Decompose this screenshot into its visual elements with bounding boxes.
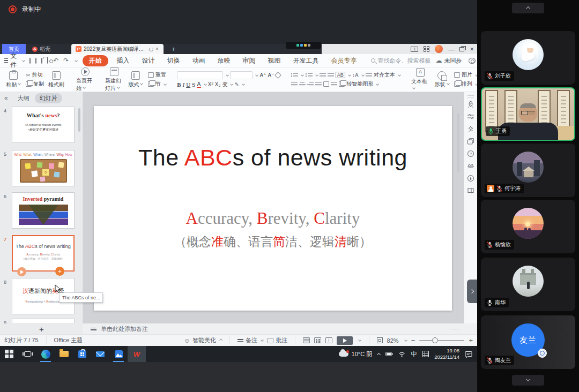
command-search[interactable]: 查找命令、搜索模板 xyxy=(371,57,431,65)
thumb7-play-button[interactable] xyxy=(17,267,26,276)
close-button[interactable]: × xyxy=(470,45,474,53)
navigation-compass-icon[interactable] xyxy=(467,175,474,182)
participant-tile-tao[interactable]: 友兰 陶友兰 xyxy=(481,315,575,369)
zoom-in-button[interactable]: + xyxy=(469,336,473,344)
properties-sliders-icon[interactable] xyxy=(467,113,474,120)
beautify-wand-icon[interactable] xyxy=(467,125,474,133)
notes-placeholder[interactable]: 单击此处添加备注 xyxy=(101,325,148,333)
print-icon[interactable] xyxy=(41,58,42,64)
member-hat-icon[interactable] xyxy=(467,162,474,170)
ribbon-tab-slideshow[interactable]: 放映 xyxy=(214,55,234,66)
undo-icon[interactable]: ↶ xyxy=(53,57,58,64)
participant-tile-liu[interactable]: 刘子欣 xyxy=(481,31,575,85)
line-spacing-icon[interactable]: ↕A xyxy=(352,72,359,78)
align-center-icon[interactable] xyxy=(299,81,306,87)
fit-slide-icon[interactable] xyxy=(377,337,383,343)
notification-center-icon[interactable] xyxy=(465,351,473,358)
reset-button[interactable]: 重置 xyxy=(148,71,166,79)
align-left-icon[interactable] xyxy=(291,81,298,87)
save-icon[interactable] xyxy=(29,58,31,64)
ime-grid-icon[interactable] xyxy=(422,351,429,357)
slide-thumbnail-9-partial[interactable] xyxy=(12,319,75,323)
tab-outline[interactable]: 大纲 xyxy=(18,94,29,102)
justify-icon[interactable] xyxy=(315,81,322,87)
font-name-input[interactable] xyxy=(177,71,223,79)
print-preview-icon[interactable] xyxy=(47,58,48,64)
file-menu[interactable]: 文件 xyxy=(4,51,25,70)
panel-scrollbar[interactable] xyxy=(78,108,80,132)
slide-sorter-view-button[interactable] xyxy=(314,337,321,343)
distribute-icon[interactable] xyxy=(323,81,329,87)
close-tab-icon[interactable]: × xyxy=(155,46,159,52)
font-size-input[interactable] xyxy=(230,71,253,79)
scroll-up-button[interactable] xyxy=(512,3,544,13)
to-smartart-button[interactable]: 转智能图形 xyxy=(339,80,378,88)
ribbon-tab-view[interactable]: 视图 xyxy=(264,55,285,66)
weather-widget[interactable]: 10°C 阴 xyxy=(339,350,373,358)
hidden-icons-chevron[interactable] xyxy=(377,353,381,357)
clear-format-icon[interactable] xyxy=(275,72,282,79)
arrange-button[interactable]: 排列 xyxy=(454,80,477,88)
taskbar-meeting-app[interactable] xyxy=(109,346,128,362)
zoom-level[interactable]: 82% xyxy=(387,337,399,344)
align-text-button[interactable]: 对齐文本 xyxy=(366,71,400,79)
redo-icon[interactable]: ↷ xyxy=(63,57,69,64)
underline-button[interactable]: U xyxy=(186,81,190,88)
paste-button[interactable]: 粘贴 xyxy=(4,71,23,88)
meeting-floating-bar[interactable] xyxy=(286,42,321,49)
tab-document[interactable]: P 2022复旦英语新闻编译讲座.pptx × xyxy=(71,44,164,54)
docer-rocket-icon[interactable] xyxy=(467,101,474,108)
comments-button[interactable]: 批注 xyxy=(268,336,287,344)
ribbon-tab-review[interactable]: 审阅 xyxy=(239,55,259,66)
single-window-icon[interactable]: 1 xyxy=(411,47,418,52)
participant-tile-wang-active-speaker[interactable]: 王勇 xyxy=(481,87,575,141)
align-right-icon[interactable] xyxy=(307,81,314,87)
zoom-out-button[interactable]: − xyxy=(411,336,415,344)
ribbon-tab-member[interactable]: 会员专享 xyxy=(328,55,361,66)
slide-thumbnail-6[interactable]: Inverted pyramid xyxy=(12,192,75,229)
current-slide[interactable]: The ABCs of news writing Accuracy, Brevi… xyxy=(94,106,452,311)
ribbon-tab-transition[interactable]: 切换 xyxy=(164,55,184,66)
layout-button[interactable]: 版式 xyxy=(127,71,145,88)
format-painter-button[interactable]: 格式刷 xyxy=(47,71,65,88)
minimize-button[interactable]: — xyxy=(448,46,454,52)
list-style-icon[interactable] xyxy=(331,81,337,87)
canvas-scrollbar[interactable] xyxy=(457,114,459,172)
quickbar-caret-icon[interactable] xyxy=(75,59,78,62)
play-options-caret[interactable] xyxy=(359,339,362,342)
thumb7-add-button[interactable]: + xyxy=(55,267,64,276)
layers-icon[interactable] xyxy=(467,138,474,145)
zoom-slider-knob[interactable] xyxy=(432,337,438,343)
sync-status[interactable]: ☁未同步 xyxy=(436,57,462,65)
text-effects-button[interactable]: 变 xyxy=(222,81,227,88)
account-avatar[interactable] xyxy=(435,45,443,53)
taskbar-file-explorer[interactable] xyxy=(55,346,73,362)
taskbar-mail[interactable] xyxy=(91,346,109,362)
ribbon-tab-developer[interactable]: 开发工具 xyxy=(290,55,323,66)
more-options-icon[interactable]: ··· xyxy=(451,326,459,332)
ribbon-tab-insert[interactable]: 插入 xyxy=(113,55,133,66)
text-box-button[interactable]: 文本框 xyxy=(411,68,429,91)
slide-thumbnail-7-selected[interactable]: The ABCs of news writing Accuracy, Brevi… xyxy=(12,235,75,272)
taskbar-store[interactable] xyxy=(73,346,91,362)
theme-name[interactable]: Office 主题 xyxy=(54,336,83,344)
participant-tile-he[interactable]: 何宇涛 xyxy=(481,144,575,197)
font-color-button[interactable]: A xyxy=(197,81,201,88)
workspace-grid-icon[interactable] xyxy=(424,46,429,52)
start-button[interactable] xyxy=(0,346,18,362)
increase-indent-icon[interactable] xyxy=(328,72,334,78)
new-slide-button[interactable]: 新建幻灯片 xyxy=(105,67,123,92)
battery-icon[interactable] xyxy=(385,351,393,357)
superscript-button[interactable]: X² xyxy=(208,81,213,87)
bullet-list-icon[interactable] xyxy=(291,72,298,78)
font-increase-button[interactable]: A⁺ xyxy=(260,72,266,78)
add-slide-button[interactable]: + xyxy=(39,325,44,334)
decrease-indent-icon[interactable] xyxy=(320,72,326,78)
text-direction-icon[interactable]: AB xyxy=(336,72,345,78)
picture-button[interactable]: 图片 xyxy=(454,71,477,79)
restore-button[interactable] xyxy=(459,47,464,51)
strikethrough-button[interactable]: S xyxy=(192,81,195,88)
panel-collapse-handle[interactable] xyxy=(467,280,477,303)
tab-slides[interactable]: 幻灯片 xyxy=(35,93,62,103)
tab-docer[interactable]: ☘稻壳 xyxy=(28,44,55,54)
